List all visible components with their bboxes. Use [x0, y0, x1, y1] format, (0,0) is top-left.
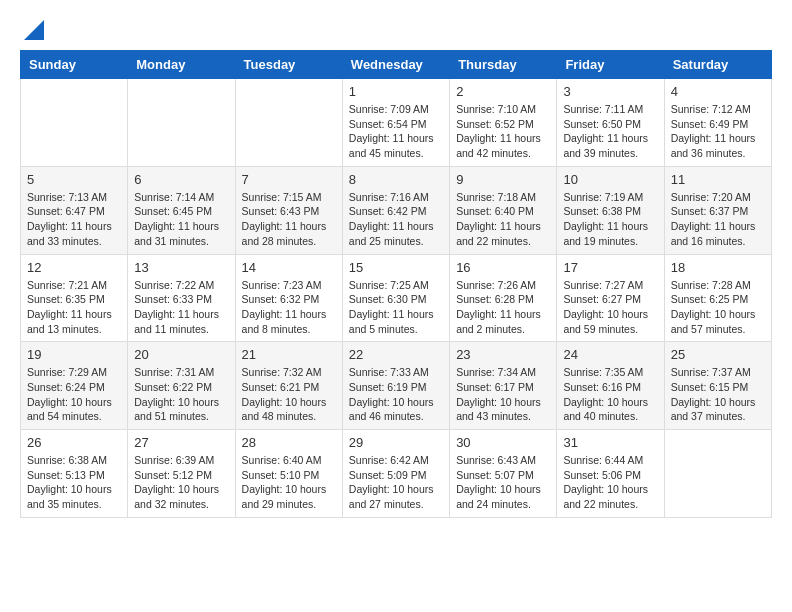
calendar-week-row: 12Sunrise: 7:21 AM Sunset: 6:35 PM Dayli…: [21, 254, 772, 342]
day-info: Sunrise: 7:20 AM Sunset: 6:37 PM Dayligh…: [671, 190, 765, 249]
calendar-cell: 14Sunrise: 7:23 AM Sunset: 6:32 PM Dayli…: [235, 254, 342, 342]
day-info: Sunrise: 7:10 AM Sunset: 6:52 PM Dayligh…: [456, 102, 550, 161]
calendar-cell: 10Sunrise: 7:19 AM Sunset: 6:38 PM Dayli…: [557, 166, 664, 254]
day-number: 10: [563, 172, 657, 187]
calendar-cell: 29Sunrise: 6:42 AM Sunset: 5:09 PM Dayli…: [342, 430, 449, 518]
day-number: 28: [242, 435, 336, 450]
calendar-week-row: 5Sunrise: 7:13 AM Sunset: 6:47 PM Daylig…: [21, 166, 772, 254]
calendar-cell: [128, 79, 235, 167]
day-info: Sunrise: 6:44 AM Sunset: 5:06 PM Dayligh…: [563, 453, 657, 512]
day-info: Sunrise: 7:27 AM Sunset: 6:27 PM Dayligh…: [563, 278, 657, 337]
day-info: Sunrise: 7:26 AM Sunset: 6:28 PM Dayligh…: [456, 278, 550, 337]
calendar-cell: [21, 79, 128, 167]
calendar-cell: 5Sunrise: 7:13 AM Sunset: 6:47 PM Daylig…: [21, 166, 128, 254]
calendar-week-row: 1Sunrise: 7:09 AM Sunset: 6:54 PM Daylig…: [21, 79, 772, 167]
calendar-cell: 15Sunrise: 7:25 AM Sunset: 6:30 PM Dayli…: [342, 254, 449, 342]
calendar: SundayMondayTuesdayWednesdayThursdayFrid…: [20, 50, 772, 518]
day-info: Sunrise: 7:21 AM Sunset: 6:35 PM Dayligh…: [27, 278, 121, 337]
calendar-cell: 6Sunrise: 7:14 AM Sunset: 6:45 PM Daylig…: [128, 166, 235, 254]
day-info: Sunrise: 7:09 AM Sunset: 6:54 PM Dayligh…: [349, 102, 443, 161]
day-info: Sunrise: 7:14 AM Sunset: 6:45 PM Dayligh…: [134, 190, 228, 249]
day-number: 7: [242, 172, 336, 187]
day-number: 5: [27, 172, 121, 187]
day-info: Sunrise: 7:16 AM Sunset: 6:42 PM Dayligh…: [349, 190, 443, 249]
calendar-cell: 2Sunrise: 7:10 AM Sunset: 6:52 PM Daylig…: [450, 79, 557, 167]
day-number: 21: [242, 347, 336, 362]
calendar-cell: 30Sunrise: 6:43 AM Sunset: 5:07 PM Dayli…: [450, 430, 557, 518]
day-number: 17: [563, 260, 657, 275]
calendar-cell: 22Sunrise: 7:33 AM Sunset: 6:19 PM Dayli…: [342, 342, 449, 430]
calendar-cell: 7Sunrise: 7:15 AM Sunset: 6:43 PM Daylig…: [235, 166, 342, 254]
calendar-cell: 28Sunrise: 6:40 AM Sunset: 5:10 PM Dayli…: [235, 430, 342, 518]
col-header-friday: Friday: [557, 51, 664, 79]
calendar-cell: 20Sunrise: 7:31 AM Sunset: 6:22 PM Dayli…: [128, 342, 235, 430]
col-header-thursday: Thursday: [450, 51, 557, 79]
day-info: Sunrise: 7:12 AM Sunset: 6:49 PM Dayligh…: [671, 102, 765, 161]
day-info: Sunrise: 7:34 AM Sunset: 6:17 PM Dayligh…: [456, 365, 550, 424]
day-number: 12: [27, 260, 121, 275]
day-info: Sunrise: 7:25 AM Sunset: 6:30 PM Dayligh…: [349, 278, 443, 337]
day-info: Sunrise: 7:15 AM Sunset: 6:43 PM Dayligh…: [242, 190, 336, 249]
day-info: Sunrise: 7:35 AM Sunset: 6:16 PM Dayligh…: [563, 365, 657, 424]
day-number: 14: [242, 260, 336, 275]
calendar-cell: 17Sunrise: 7:27 AM Sunset: 6:27 PM Dayli…: [557, 254, 664, 342]
day-number: 23: [456, 347, 550, 362]
day-number: 31: [563, 435, 657, 450]
calendar-cell: 1Sunrise: 7:09 AM Sunset: 6:54 PM Daylig…: [342, 79, 449, 167]
calendar-cell: 18Sunrise: 7:28 AM Sunset: 6:25 PM Dayli…: [664, 254, 771, 342]
calendar-week-row: 26Sunrise: 6:38 AM Sunset: 5:13 PM Dayli…: [21, 430, 772, 518]
day-number: 15: [349, 260, 443, 275]
col-header-saturday: Saturday: [664, 51, 771, 79]
day-info: Sunrise: 7:22 AM Sunset: 6:33 PM Dayligh…: [134, 278, 228, 337]
calendar-cell: 3Sunrise: 7:11 AM Sunset: 6:50 PM Daylig…: [557, 79, 664, 167]
logo: [20, 20, 44, 40]
day-number: 3: [563, 84, 657, 99]
day-info: Sunrise: 6:39 AM Sunset: 5:12 PM Dayligh…: [134, 453, 228, 512]
day-number: 2: [456, 84, 550, 99]
calendar-cell: 25Sunrise: 7:37 AM Sunset: 6:15 PM Dayli…: [664, 342, 771, 430]
day-number: 13: [134, 260, 228, 275]
day-info: Sunrise: 7:33 AM Sunset: 6:19 PM Dayligh…: [349, 365, 443, 424]
day-number: 18: [671, 260, 765, 275]
day-number: 11: [671, 172, 765, 187]
calendar-cell: 26Sunrise: 6:38 AM Sunset: 5:13 PM Dayli…: [21, 430, 128, 518]
calendar-cell: 13Sunrise: 7:22 AM Sunset: 6:33 PM Dayli…: [128, 254, 235, 342]
day-number: 4: [671, 84, 765, 99]
day-info: Sunrise: 6:42 AM Sunset: 5:09 PM Dayligh…: [349, 453, 443, 512]
day-info: Sunrise: 7:23 AM Sunset: 6:32 PM Dayligh…: [242, 278, 336, 337]
day-number: 26: [27, 435, 121, 450]
calendar-cell: [235, 79, 342, 167]
day-number: 29: [349, 435, 443, 450]
day-number: 19: [27, 347, 121, 362]
svg-marker-0: [24, 20, 44, 40]
header: [20, 20, 772, 40]
day-number: 22: [349, 347, 443, 362]
calendar-cell: 12Sunrise: 7:21 AM Sunset: 6:35 PM Dayli…: [21, 254, 128, 342]
day-info: Sunrise: 7:13 AM Sunset: 6:47 PM Dayligh…: [27, 190, 121, 249]
calendar-cell: 9Sunrise: 7:18 AM Sunset: 6:40 PM Daylig…: [450, 166, 557, 254]
col-header-monday: Monday: [128, 51, 235, 79]
day-info: Sunrise: 7:11 AM Sunset: 6:50 PM Dayligh…: [563, 102, 657, 161]
day-info: Sunrise: 7:28 AM Sunset: 6:25 PM Dayligh…: [671, 278, 765, 337]
day-number: 20: [134, 347, 228, 362]
day-number: 25: [671, 347, 765, 362]
day-info: Sunrise: 6:40 AM Sunset: 5:10 PM Dayligh…: [242, 453, 336, 512]
calendar-week-row: 19Sunrise: 7:29 AM Sunset: 6:24 PM Dayli…: [21, 342, 772, 430]
col-header-tuesday: Tuesday: [235, 51, 342, 79]
day-info: Sunrise: 7:19 AM Sunset: 6:38 PM Dayligh…: [563, 190, 657, 249]
calendar-cell: 24Sunrise: 7:35 AM Sunset: 6:16 PM Dayli…: [557, 342, 664, 430]
calendar-cell: 21Sunrise: 7:32 AM Sunset: 6:21 PM Dayli…: [235, 342, 342, 430]
calendar-cell: 27Sunrise: 6:39 AM Sunset: 5:12 PM Dayli…: [128, 430, 235, 518]
day-info: Sunrise: 7:18 AM Sunset: 6:40 PM Dayligh…: [456, 190, 550, 249]
day-number: 1: [349, 84, 443, 99]
day-info: Sunrise: 7:32 AM Sunset: 6:21 PM Dayligh…: [242, 365, 336, 424]
calendar-cell: 31Sunrise: 6:44 AM Sunset: 5:06 PM Dayli…: [557, 430, 664, 518]
day-info: Sunrise: 6:43 AM Sunset: 5:07 PM Dayligh…: [456, 453, 550, 512]
day-number: 16: [456, 260, 550, 275]
calendar-cell: [664, 430, 771, 518]
col-header-wednesday: Wednesday: [342, 51, 449, 79]
logo-icon: [24, 20, 44, 40]
calendar-cell: 23Sunrise: 7:34 AM Sunset: 6:17 PM Dayli…: [450, 342, 557, 430]
calendar-cell: 19Sunrise: 7:29 AM Sunset: 6:24 PM Dayli…: [21, 342, 128, 430]
calendar-cell: 8Sunrise: 7:16 AM Sunset: 6:42 PM Daylig…: [342, 166, 449, 254]
